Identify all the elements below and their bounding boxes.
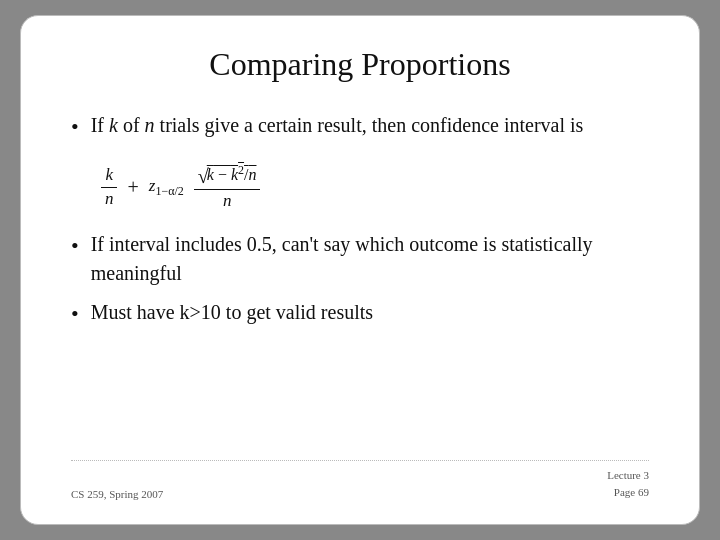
bullet-dot-2: • <box>71 231 79 262</box>
footer-lecture: Lecture 3 Page 69 <box>607 467 649 500</box>
bullet-section: • If k of n trials give a certain result… <box>71 111 649 452</box>
bullet-dot-3: • <box>71 299 79 330</box>
plus-sign: + <box>128 176 139 199</box>
footer-course: CS 259, Spring 2007 <box>71 488 163 500</box>
frac-k-n: k n <box>101 165 118 209</box>
sqrt-numerator: √k − k2/n <box>194 163 261 190</box>
z-term: z1−α/2 <box>149 176 184 199</box>
frac-denominator-n: n <box>101 188 118 209</box>
slide: Comparing Proportions • If k of n trials… <box>20 15 700 525</box>
bullet-3: • Must have k>10 to get valid results <box>71 298 649 330</box>
bullet-text-2: If interval includes 0.5, can't say whic… <box>91 230 649 288</box>
bullet-text-3: Must have k>10 to get valid results <box>91 298 373 327</box>
slide-title: Comparing Proportions <box>71 46 649 83</box>
frac-numerator-k: k <box>101 165 117 187</box>
formula: k n + z1−α/2 √k − k2/n n <box>101 163 260 212</box>
formula-block: k n + z1−α/2 √k − k2/n n <box>101 163 649 212</box>
bullet-1: • If k of n trials give a certain result… <box>71 111 649 143</box>
frac-sqrt: √k − k2/n n <box>194 163 261 212</box>
sqrt-denominator: n <box>219 190 236 211</box>
bullet-2: • If interval includes 0.5, can't say wh… <box>71 230 649 288</box>
bullet-dot-1: • <box>71 112 79 143</box>
footer: CS 259, Spring 2007 Lecture 3 Page 69 <box>71 460 649 500</box>
bullet-text-1: If k of n trials give a certain result, … <box>91 111 584 140</box>
